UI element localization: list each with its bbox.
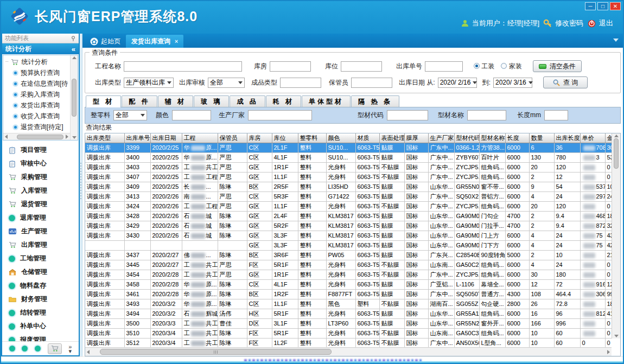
sidebar-item-仓储管理[interactable]: 仓储管理 <box>2 265 79 279</box>
date-from-select[interactable]: 2020/ 2/16 <box>438 78 477 88</box>
profile-name-input[interactable] <box>467 110 506 120</box>
sidebar-item-工地管理[interactable]: 工地管理 <box>2 252 79 265</box>
logout-button[interactable]: 退出 <box>587 18 613 28</box>
sidebar-item-退货管理[interactable]: 退货管理 <box>2 197 79 211</box>
column-header-库位[interactable]: 库位 <box>272 133 298 143</box>
keeper-input[interactable] <box>351 78 392 88</box>
project-name-input[interactable] <box>124 61 242 72</box>
scroll-right-icon[interactable] <box>66 135 68 139</box>
sidebar-item-退库管理[interactable]: 退库管理 <box>2 211 79 225</box>
clear-conditions-button[interactable]: 清空条件 <box>533 60 582 72</box>
table-row[interactable]: 调拨出库34242020/2/26工工程严思G区1L1F整料光身料6063-T5… <box>85 201 620 211</box>
table-row[interactable]: 调拨出库34582020/2/28华原...陈琳C区4L1F整料光身料6063-… <box>85 279 620 289</box>
table-row[interactable]: 调拨出库34612020/2/28华原...陈琳B区1R2F整料F8877FT6… <box>85 289 620 299</box>
sidebar-section-header[interactable]: 统计分析 « <box>2 43 79 54</box>
table-row[interactable]: 调拨出库34072020/2/25工工程严思G区1L1F整料光身料6063-T5… <box>85 172 620 182</box>
table-row[interactable]: 调拨出库34372020/2/27佛...陈琳B区3R6F整料PW056063-… <box>85 250 620 260</box>
tree-hscroll-thumb[interactable] <box>17 135 63 139</box>
material-tab-耗材[interactable]: 耗 材 <box>266 95 301 107</box>
column-header-出库单号[interactable]: 出库单号 <box>124 133 150 143</box>
material-tab-成品[interactable]: 成 品 <box>230 95 265 107</box>
column-header-膜厚[interactable]: 膜厚 <box>404 133 428 143</box>
sidebar-item-入库管理[interactable]: 入库管理 <box>2 184 79 197</box>
radio-home[interactable]: 家装 <box>501 62 521 71</box>
table-vertical-scrollbar[interactable] <box>612 133 620 339</box>
column-header-颜色[interactable]: 颜色 <box>326 133 355 143</box>
collapse-icon[interactable]: « <box>72 45 75 53</box>
date-to-select[interactable]: 2020/ 3/16 <box>493 78 532 88</box>
tab-close-icon[interactable]: × <box>175 38 178 44</box>
table-row[interactable]: G区3L3F整料KLM38176063-T5贴膜国标山东华...GA90M09.… <box>85 240 620 250</box>
table-row[interactable]: 调拨出库35002020/3/3工共工程曹佳D区3L1F整料LT3P606063… <box>85 318 620 328</box>
length-input[interactable] <box>544 110 568 120</box>
tree-item[interactable]: 退货查询[待定] <box>5 122 70 132</box>
tree-item[interactable]: 收货入库查询 <box>5 111 70 122</box>
material-tab-辅材[interactable]: 辅 材 <box>158 95 193 107</box>
profile-code-input[interactable] <box>387 110 428 120</box>
table-row[interactable]: 调拨出库34932020/3/2华原...陈琳C区1L1F整料黑色塑料不贴膜国标… <box>85 299 620 309</box>
scroll-down-icon[interactable] <box>72 136 77 139</box>
search-button[interactable]: 查 询 <box>543 76 588 88</box>
tree-vscroll-thumb[interactable] <box>72 79 77 117</box>
minimize-button[interactable]: ─ <box>585 2 596 10</box>
sidebar-item-物料盘存[interactable]: 物料盘存 <box>2 279 79 292</box>
sidebar-item-结转管理[interactable]: 结转管理 <box>2 306 79 320</box>
maximize-button[interactable]: □ <box>597 2 608 10</box>
tab-list-dropdown-icon[interactable] <box>613 39 619 42</box>
scroll-down-icon[interactable] <box>614 335 619 337</box>
tab-home[interactable]: 起始页 <box>85 35 126 48</box>
material-tab-隔热条[interactable]: 隔 热 条 <box>351 95 399 107</box>
table-row[interactable]: 调拨出库34092020/2/25长...陈琳B区2R5F整料LI35HD606… <box>85 182 620 191</box>
table-row[interactable]: 调拨出库34032020/2/25工共工程严思G区1R1F整料光身料6063-T… <box>85 162 620 172</box>
column-header-库房[interactable]: 库房 <box>247 133 272 143</box>
table-row[interactable]: 调拨出库34452020/2/27工共工程严思F区5R1F整料光身料6063-T… <box>85 260 620 270</box>
sidebar-item-项目管理[interactable]: 项目管理 <box>2 143 79 157</box>
order-no-input[interactable] <box>425 61 463 72</box>
material-tab-单体型材[interactable]: 单体型材 <box>302 95 351 107</box>
out-type-select[interactable]: 生产领料出库 <box>124 78 174 88</box>
table-vscroll-thumb[interactable] <box>614 138 619 169</box>
sidebar-cart-button[interactable] <box>48 343 62 354</box>
change-password[interactable]: 修改密码 <box>543 18 583 28</box>
column-header-数量[interactable]: 数量 <box>529 133 554 143</box>
radio-work-icon[interactable] <box>474 63 480 69</box>
column-header-材质[interactable]: 材质 <box>355 133 379 143</box>
column-header-出库日期[interactable]: 出库日期 <box>150 133 182 143</box>
tree-expand-icon[interactable]: ┄ <box>5 59 8 65</box>
table-row[interactable]: 调拨出库34132020/2/26南...严思C区5R3F整料G71422606… <box>85 191 620 201</box>
scroll-right-icon[interactable] <box>607 350 610 354</box>
audit-select[interactable]: 全部 <box>208 78 245 88</box>
column-header-工程[interactable]: 工程 <box>182 133 218 143</box>
close-button[interactable]: ✕ <box>610 2 621 10</box>
column-header-型材代码[interactable]: 型材代码 <box>454 133 479 143</box>
tree-horizontal-scrollbar[interactable] <box>3 133 70 140</box>
tree-item[interactable]: 在途信息查询[待 <box>5 78 70 89</box>
sidebar-item-出库管理[interactable]: 出库管理 <box>2 238 79 252</box>
table-row[interactable]: 调拨出库34302020/2/26石城陈琳G区3L3F整料KLM38176063… <box>85 231 620 240</box>
sidebar-item-补单中心[interactable]: 补单中心 <box>2 320 79 333</box>
pin-icon[interactable] <box>71 36 76 41</box>
table-row[interactable]: 调拨出库35102020/3/4工共工程陈琳F区5R1F整料光身料6063-T5… <box>85 328 620 338</box>
table-row[interactable]: 调拨出库34292020/2/26石城陈琳G区5R2F整料KLM38176063… <box>85 221 620 231</box>
sidebar-item-审核中心[interactable]: 审核中心 <box>2 157 79 170</box>
table-row[interactable]: 调拨出库34542020/2/28工共工程严思G区1R1F整料光身料6063-T… <box>85 270 620 279</box>
tree-root[interactable]: ┄统计分析 <box>5 56 70 67</box>
product-type-input[interactable] <box>280 78 321 88</box>
material-tab-玻璃[interactable]: 玻 璃 <box>194 95 229 107</box>
location-input[interactable] <box>341 61 382 72</box>
sidebar-item-生产管理[interactable]: 生产管理 <box>2 225 79 238</box>
scroll-up-icon[interactable] <box>72 56 77 59</box>
table-row[interactable]: 调拨出库34002020/2/25华原...严思C区4L1F整料SU10...6… <box>85 152 620 162</box>
radio-home-icon[interactable] <box>501 63 507 69</box>
radio-work[interactable]: 工装 <box>474 62 494 71</box>
column-header-表面处理[interactable]: 表面处理 <box>379 133 404 143</box>
table-row[interactable]: 调拨出库33992020/2/25华原...严思C区2L1F整料SU10...6… <box>85 143 620 152</box>
tree-item[interactable]: 采购入库查询 <box>5 89 70 100</box>
tree-item[interactable]: 发货出库查询 <box>5 100 70 111</box>
column-header-出库长度[interactable]: 出库长度 <box>554 133 580 143</box>
table-horizontal-scrollbar[interactable] <box>85 347 612 356</box>
sidebar-pager-dot[interactable] <box>22 346 28 352</box>
expand-icon[interactable]: »▾ <box>68 344 72 353</box>
warehouse-input[interactable] <box>270 61 311 72</box>
column-header-单价[interactable]: 单价 <box>580 133 605 143</box>
